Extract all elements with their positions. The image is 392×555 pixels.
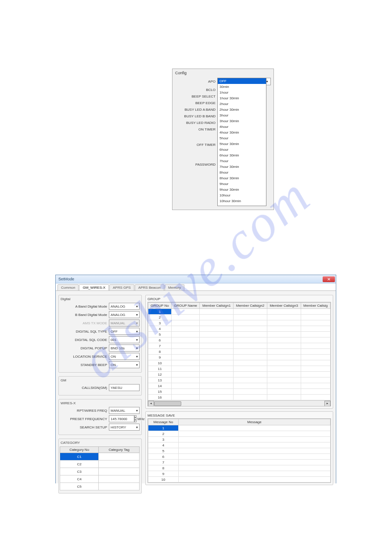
tab-memory[interactable]: Memory	[165, 284, 184, 290]
sql-type-label: DIGITAL SQL TYPE	[60, 330, 109, 334]
chevron-down-icon: ▾	[136, 363, 138, 367]
scroll-thumb[interactable]	[154, 401, 181, 406]
table-row[interactable]: 4	[148, 443, 331, 448]
table-row[interactable]: C2	[60, 461, 140, 468]
beep-edge-label: BEEP EDGE	[175, 101, 218, 105]
a-band-mode-label: A Band Digital Mode	[60, 305, 109, 308]
table-row[interactable]: 2	[148, 315, 331, 320]
callsign-input[interactable]: YAESU	[109, 384, 140, 391]
table-row[interactable]: 10	[148, 360, 331, 366]
table-row[interactable]: 1	[148, 425, 331, 431]
table-row[interactable]: 3	[148, 320, 331, 326]
close-button[interactable]: ✕	[323, 276, 335, 282]
apo-option[interactable]: 1hour	[218, 90, 266, 95]
apo-option[interactable]: 3hour 30min	[218, 118, 266, 124]
gm-title: GM	[61, 378, 140, 382]
table-row[interactable]: C1	[60, 453, 140, 461]
popup-label: DIGITAL POPUP	[60, 346, 109, 350]
location-combo[interactable]: ON▾	[109, 353, 140, 360]
apo-option[interactable]: 6hour 30min	[218, 152, 266, 158]
table-row[interactable]: C3	[60, 468, 140, 475]
cat-header: Category Tag	[99, 447, 140, 453]
apo-option[interactable]: 7hour	[218, 158, 266, 164]
table-row[interactable]: 10	[148, 477, 331, 482]
table-row[interactable]: C4	[60, 475, 140, 483]
standby-beep-combo[interactable]: ON▾	[109, 361, 140, 368]
table-row[interactable]: 5	[148, 332, 331, 337]
apo-option[interactable]: 9hour	[218, 181, 266, 187]
table-row[interactable]: 8	[148, 349, 331, 355]
table-row[interactable]: 12	[148, 372, 331, 377]
apo-dropdown-list[interactable]: OFF30min1hour1hour 30min2hour2hour 30min…	[217, 78, 266, 206]
b-band-mode-combo[interactable]: ANALOG▾	[109, 311, 140, 318]
gm-group: GM CALLSIGN(GM)YAESU	[58, 376, 142, 395]
sql-type-combo[interactable]: OFF▾	[109, 328, 140, 335]
rpt-freq-label: RPT/WIRES FREQ	[60, 409, 109, 413]
apo-option[interactable]: 2hour 30min	[218, 107, 266, 112]
table-row[interactable]: 4	[148, 326, 331, 332]
apo-option[interactable]: 11hour	[218, 204, 266, 206]
preset-freq-spinner[interactable]: ▴▾	[134, 415, 137, 422]
chevron-down-icon: ▾	[136, 425, 138, 429]
group-title: GROUP	[147, 297, 331, 301]
table-row[interactable]: 8	[148, 465, 331, 471]
table-row[interactable]: 9	[148, 471, 331, 477]
tab-common[interactable]: Common	[58, 284, 79, 290]
table-row[interactable]: 15	[148, 389, 331, 395]
tab-aprs-beacon[interactable]: APRS Beacon	[135, 284, 164, 290]
ams-tx-combo: MANUAL▾	[109, 319, 140, 326]
wiresx-title: WIRES-X	[61, 401, 140, 405]
tab-aprs-gps[interactable]: APRS GPS	[109, 284, 134, 290]
apo-option[interactable]: 5hour	[218, 135, 266, 141]
sql-code-combo[interactable]: 001▾	[109, 336, 140, 343]
horizontal-scrollbar[interactable]: ◂ ▸	[148, 400, 331, 406]
apo-option[interactable]: 2hour	[218, 101, 266, 107]
table-row[interactable]: 6	[148, 337, 331, 343]
apo-option[interactable]: 9hour 30min	[218, 187, 266, 192]
preset-freq-input[interactable]: 145.78000	[109, 415, 134, 422]
table-row[interactable]: 9	[148, 355, 331, 360]
search-combo[interactable]: HISTORY▾	[109, 424, 140, 431]
group-header: GROUP No	[148, 303, 172, 309]
apo-option[interactable]: 4hour	[218, 124, 266, 130]
tab-gm-wires-x[interactable]: GM_WIRES-X	[79, 284, 109, 290]
table-row[interactable]: 7	[148, 460, 331, 465]
popup-combo[interactable]: BND 10s▾	[109, 345, 140, 352]
table-row[interactable]: 7	[148, 343, 331, 349]
message-title: MESSAGE SAVE	[147, 414, 331, 417]
apo-option[interactable]: 5hour 30min	[218, 141, 266, 147]
chevron-down-icon: ▾	[136, 355, 138, 359]
scroll-right-icon[interactable]: ▸	[324, 401, 331, 406]
apo-option[interactable]: 10hour 30min	[218, 198, 266, 204]
mhz-suffix: MHz	[137, 417, 144, 421]
apo-option[interactable]: 8hour	[218, 170, 266, 175]
table-row[interactable]: 5	[148, 448, 331, 454]
apo-option[interactable]: OFF	[218, 78, 266, 84]
a-band-mode-combo[interactable]: ANALOG▾	[109, 303, 140, 310]
apo-option[interactable]: 4hour 30min	[218, 130, 266, 135]
apo-option[interactable]: 6hour	[218, 147, 266, 152]
group-table[interactable]: GROUP NoGROUP NameMember Callsign1Member…	[148, 302, 331, 400]
chevron-down-icon: ▾	[136, 338, 138, 342]
apo-option[interactable]: 10hour	[218, 192, 266, 198]
table-row[interactable]: 14	[148, 383, 331, 389]
table-row[interactable]: 16	[148, 395, 331, 400]
table-row[interactable]: 2	[148, 431, 331, 437]
scroll-left-icon[interactable]: ◂	[148, 401, 154, 406]
table-row[interactable]: 6	[148, 454, 331, 460]
apo-option[interactable]: 7hour 30min	[218, 164, 266, 170]
apo-option[interactable]: 8hour 30min	[218, 175, 266, 181]
category-table[interactable]: Category NoCategory TagC1C2C3C4C5	[60, 446, 140, 490]
table-row[interactable]: C5	[60, 483, 140, 490]
message-table[interactable]: Message NoMessage12345678910	[148, 419, 331, 482]
rpt-freq-combo[interactable]: MANUAL▾	[109, 407, 140, 414]
apo-option[interactable]: 3hour	[218, 112, 266, 118]
table-row[interactable]: 11	[148, 366, 331, 372]
table-row[interactable]: 1	[148, 309, 331, 315]
window-title: SetMode	[57, 277, 74, 281]
table-row[interactable]: 3	[148, 437, 331, 443]
group-header: GROUP Name	[171, 303, 200, 309]
apo-option[interactable]: 1hour 30min	[218, 95, 266, 101]
table-row[interactable]: 13	[148, 377, 331, 383]
apo-option[interactable]: 30min	[218, 84, 266, 90]
